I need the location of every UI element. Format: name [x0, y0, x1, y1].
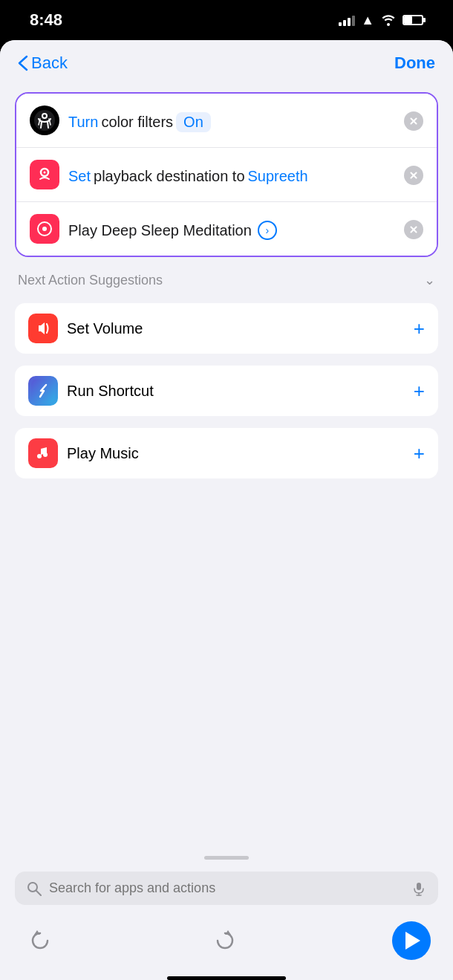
airplay-icon: [30, 160, 59, 189]
add-set-volume-button[interactable]: +: [414, 317, 425, 340]
wifi-icon: ▲︎: [361, 13, 374, 28]
close-action-3[interactable]: [404, 220, 423, 239]
shortcut-icon: [28, 376, 58, 406]
token-on[interactable]: On: [176, 112, 211, 132]
back-label: Back: [31, 53, 68, 73]
svg-point-13: [28, 883, 37, 892]
run-button[interactable]: [392, 921, 431, 960]
token-color-filters: color filters: [101, 111, 173, 132]
suggestion-play-music[interactable]: Play Music +: [15, 428, 438, 478]
undo-button[interactable]: [22, 923, 58, 958]
search-icon: [27, 881, 42, 896]
add-run-shortcut-button[interactable]: +: [414, 380, 425, 403]
home-indicator: [167, 976, 286, 980]
action-left-3: Play Deep Sleep Meditation ›: [30, 214, 398, 244]
suggestion-left-2: Run Shortcut: [28, 376, 154, 406]
suggestion-left-1: Set Volume: [28, 314, 143, 343]
suggestion-set-volume[interactable]: Set Volume +: [15, 303, 438, 354]
signal-icon: [339, 14, 355, 26]
actions-block: Turn color filters On: [15, 92, 438, 257]
wifi-icon: [380, 14, 397, 26]
suggestions-header: Next Action Suggestions ⌄: [15, 269, 438, 291]
action-item-3[interactable]: Play Deep Sleep Meditation ›: [16, 201, 437, 256]
accessibility-icon: [30, 106, 59, 135]
status-time: 8:48: [30, 10, 62, 30]
suggestion-label-1: Set Volume: [67, 320, 143, 337]
svg-point-4: [44, 172, 46, 174]
redo-button[interactable]: [207, 923, 243, 958]
main-content: Back Done: [0, 40, 453, 980]
battery-icon: [403, 15, 423, 25]
token-turn: Turn: [68, 111, 98, 132]
status-icons: ▲︎: [339, 13, 423, 28]
scroll-area: Turn color filters On: [0, 80, 453, 848]
search-bar: [15, 872, 438, 905]
svg-point-7: [42, 227, 47, 231]
suggestion-label-3: Play Music: [67, 445, 139, 462]
suggestion-run-shortcut[interactable]: Run Shortcut +: [15, 366, 438, 416]
svg-point-11: [37, 454, 42, 458]
action-left-2: Set playback destination to Supreeth: [30, 160, 398, 189]
suggestions-label: Next Action Suggestions: [18, 273, 163, 288]
action-text-3: Play Deep Sleep Meditation ›: [68, 214, 277, 241]
back-button[interactable]: Back: [18, 53, 68, 73]
done-button[interactable]: Done: [394, 53, 435, 73]
chevron-down-icon[interactable]: ⌄: [424, 272, 435, 288]
status-bar: 8:48 ▲︎: [0, 0, 453, 40]
bottom-toolbar: [15, 917, 438, 970]
token-set: Set: [68, 166, 91, 186]
svg-line-14: [36, 891, 41, 895]
action-text-1: Turn color filters On: [68, 106, 211, 132]
token-playback: playback destination to: [94, 166, 244, 186]
nav-bar: Back Done: [0, 40, 453, 80]
svg-rect-15: [417, 883, 421, 890]
action-left-1: Turn color filters On: [30, 106, 398, 135]
music-play-icon: [30, 214, 59, 244]
close-action-1[interactable]: [404, 111, 423, 131]
drag-handle: [204, 856, 249, 860]
token-supreeth: Supreeth: [248, 166, 308, 186]
search-input[interactable]: [49, 880, 404, 896]
action-item-2[interactable]: Set playback destination to Supreeth: [16, 147, 437, 201]
svg-point-12: [43, 452, 48, 457]
svg-rect-2: [33, 163, 56, 186]
close-action-2[interactable]: [404, 166, 423, 185]
action-text-2: Set playback destination to Supreeth: [68, 160, 308, 186]
action-item-1[interactable]: Turn color filters On: [16, 94, 437, 147]
add-play-music-button[interactable]: +: [414, 442, 425, 465]
volume-icon: [28, 314, 58, 343]
play-triangle-icon: [405, 932, 420, 950]
bottom-panel: [0, 848, 453, 980]
suggestion-left-3: Play Music: [28, 438, 139, 468]
suggestion-label-2: Run Shortcut: [67, 383, 154, 400]
mic-icon[interactable]: [411, 881, 426, 896]
play-music-icon: [28, 438, 58, 468]
token-play-deep: Play Deep Sleep Meditation: [68, 220, 252, 241]
chevron-circle-icon[interactable]: ›: [258, 221, 277, 240]
